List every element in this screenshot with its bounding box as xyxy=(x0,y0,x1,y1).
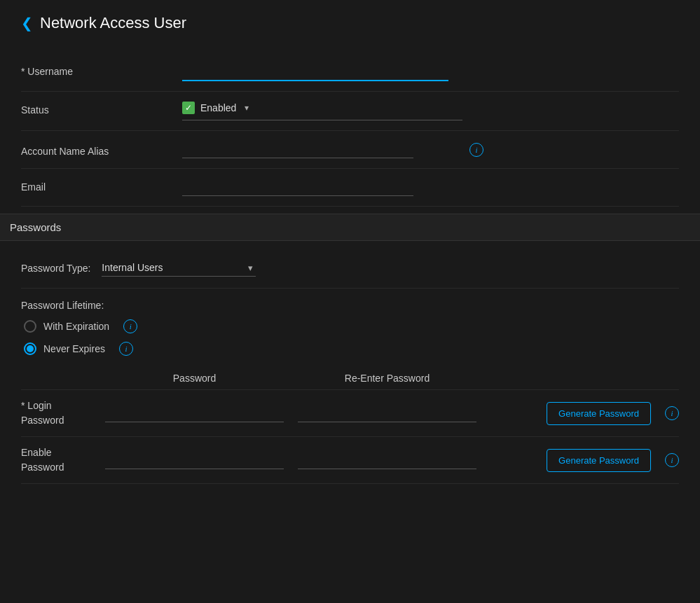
password-type-row: Password Type: Internal Users External U… xyxy=(21,248,679,289)
with-expiration-radio[interactable] xyxy=(24,320,36,333)
never-expires-info-icon[interactable]: i xyxy=(119,342,133,356)
account-name-alias-input[interactable] xyxy=(182,141,413,158)
email-label: Email xyxy=(21,179,182,193)
with-expiration-info-icon[interactable]: i xyxy=(123,319,137,333)
enable-password-info-icon[interactable]: i xyxy=(665,453,679,467)
username-input[interactable] xyxy=(182,63,448,81)
password-type-dropdown-wrapper: Internal Users External Users ▾ xyxy=(102,259,256,277)
reenter-col-header: Re-Enter Password xyxy=(298,373,476,384)
passwords-section: Password Type: Internal Users External U… xyxy=(21,248,679,484)
status-value: Enabled xyxy=(200,102,236,113)
account-name-alias-row: Account Name Alias i xyxy=(21,131,679,169)
password-fields-header: Password Re-Enter Password xyxy=(21,361,679,390)
login-password-actions: Generate Password i xyxy=(547,402,679,425)
login-password-input[interactable] xyxy=(105,405,284,422)
password-type-label: Password Type: xyxy=(21,263,90,274)
email-input-wrapper xyxy=(182,179,462,196)
password-lifetime-label: Password Lifetime: xyxy=(21,300,679,311)
username-input-wrapper xyxy=(182,63,462,81)
enable-password-actions: Generate Password i xyxy=(547,449,679,472)
email-input[interactable] xyxy=(182,179,413,196)
back-arrow-icon[interactable]: ❮ xyxy=(21,15,33,32)
enable-password-reenter-input[interactable] xyxy=(298,452,476,469)
password-lifetime-row: Password Lifetime: With Expiration i Nev… xyxy=(21,289,679,361)
status-field-wrapper: ✓ Enabled ▾ xyxy=(182,102,462,120)
enable-password-label: EnablePassword xyxy=(21,445,105,475)
password-lifetime-options: With Expiration i Never Expires i xyxy=(21,319,679,356)
page-title: Network Access User xyxy=(40,14,186,32)
password-col-header: Password xyxy=(105,373,284,384)
login-password-row: LoginPassword Generate Password i xyxy=(21,390,679,437)
status-dropdown[interactable]: ✓ Enabled ▾ xyxy=(182,102,462,114)
login-generate-password-button[interactable]: Generate Password xyxy=(547,402,651,425)
status-checkbox-icon: ✓ xyxy=(182,102,195,114)
status-row: Status ✓ Enabled ▾ xyxy=(21,92,679,131)
username-label: * Username xyxy=(21,63,182,77)
with-expiration-label: With Expiration xyxy=(43,321,109,332)
enable-generate-password-button[interactable]: Generate Password xyxy=(547,449,651,472)
enable-password-input[interactable] xyxy=(105,452,284,469)
status-label: Status xyxy=(21,102,182,116)
account-name-alias-input-wrapper xyxy=(182,141,462,158)
login-password-label: LoginPassword xyxy=(21,398,105,428)
never-expires-label: Never Expires xyxy=(43,343,105,354)
passwords-section-header: Passwords xyxy=(0,214,700,241)
with-expiration-option[interactable]: With Expiration i xyxy=(24,319,679,333)
enable-password-row: EnablePassword Generate Password i xyxy=(21,437,679,484)
password-type-select[interactable]: Internal Users External Users xyxy=(102,259,256,276)
status-dropdown-arrow-icon: ▾ xyxy=(245,103,249,113)
login-password-reenter-input[interactable] xyxy=(298,405,476,422)
page-title-row: ❮ Network Access User xyxy=(21,14,679,32)
email-row: Email xyxy=(21,169,679,207)
username-row: * Username xyxy=(21,53,679,92)
account-name-alias-info-icon[interactable]: i xyxy=(469,143,483,157)
login-password-info-icon[interactable]: i xyxy=(665,406,679,420)
never-expires-radio[interactable] xyxy=(24,342,36,355)
page-container: ❮ Network Access User * Username Status … xyxy=(0,0,700,498)
never-expires-option[interactable]: Never Expires i xyxy=(24,342,679,356)
account-name-alias-label: Account Name Alias xyxy=(21,143,182,157)
